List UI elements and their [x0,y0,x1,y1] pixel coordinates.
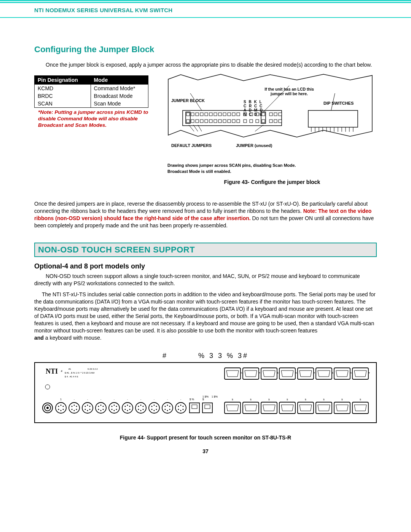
svg-point-106 [116,406,117,407]
page-number: 37 [34,448,377,454]
table-header-pin: Pin Designation [35,75,91,84]
svg-point-86 [61,410,62,411]
svg-point-126 [156,409,157,410]
serial-port-labels: # % 3 3 % 3# [34,352,377,360]
svg-point-114 [129,409,131,410]
svg-point-132 [169,409,170,410]
svg-point-97 [87,405,88,406]
svg-point-103 [100,405,102,406]
table-row: SCAN Scan Mode [35,100,148,108]
label-grid-r1: S B K L [244,100,263,104]
svg-point-92 [74,410,75,411]
svg-point-140 [180,410,182,411]
subheading-optional: Optional-4 and 8 port models only [34,262,377,270]
svg-point-108 [116,409,117,410]
touchscreen-para1: NON-OSD touch screen support allows a si… [34,273,377,287]
label-jumper-unused: JUMPER (unused) [236,143,272,148]
svg-rect-32 [244,120,247,123]
svg-rect-35 [262,120,265,123]
svg-rect-21 [191,120,194,123]
svg-rect-3 [196,113,199,116]
svg-rect-24 [205,120,208,123]
svg-point-104 [100,410,102,411]
svg-text:$   4 . #1                    : $ 4 . #1 4 4 6 [65,375,78,378]
svg-point-89 [72,409,73,410]
svg-rect-30 [232,120,235,123]
svg-point-84 [63,409,64,410]
svg-text:#: # [61,370,62,372]
svg-rect-1 [186,113,190,116]
svg-point-130 [169,406,170,407]
svg-point-120 [143,409,144,410]
svg-point-125 [151,409,153,410]
svg-point-70 [46,407,49,409]
svg-text:1 $%: 1 $% [202,395,209,398]
svg-point-82 [63,406,64,407]
svg-point-116 [127,410,128,411]
label-grid-r4: N C D E [244,112,263,117]
svg-rect-22 [196,120,199,123]
page-header-title: NTI NODEMUX SERIES UNIVERSAL KVM SWITCH [34,7,172,13]
svg-point-124 [156,406,157,407]
svg-point-139 [180,405,182,406]
svg-point-123 [151,406,153,407]
svg-rect-36 [269,120,272,123]
svg-point-88 [76,406,77,407]
label-default-jumpers: DEFAULT JUMPERS [171,143,212,148]
svg-point-85 [61,405,62,406]
table-row: BRDC Broadcast Mode [35,92,148,100]
svg-point-102 [103,409,104,410]
reassembly-paragraph: Once the desired jumpers are in place, r… [34,200,377,229]
figure-44-caption: Figure 44- Support present for touch scr… [34,435,377,441]
diagram-caption-line2: Broadcast Mode is still enabled. [167,169,377,174]
touchscreen-para2: The NTI ST-xU-TS includes serial cable c… [34,291,377,341]
svg-point-135 [178,406,179,407]
svg-point-136 [183,406,184,407]
svg-point-91 [74,405,75,406]
svg-point-127 [154,405,155,406]
svg-point-95 [85,409,86,410]
svg-point-111 [125,406,126,407]
svg-point-109 [114,405,115,406]
svg-text:1 $%: 1 $% [212,395,218,398]
svg-point-122 [140,410,142,411]
svg-text:%: % [350,372,352,374]
svg-rect-12 [237,113,240,116]
svg-rect-4 [200,113,203,116]
svg-point-96 [89,409,91,410]
nti-logo: NTI [46,367,58,375]
jumper-block-diagram: JUMPER BLOCK If the unit has an LCD this… [167,72,377,185]
svg-point-94 [89,406,91,407]
svg-point-115 [127,405,128,406]
svg-point-117 [138,406,139,407]
svg-point-129 [165,406,166,407]
section-bar-nonosd: NON-OSD TOUCH SCREEN SUPPORT [34,243,377,257]
svg-text:$  %: $ % [190,398,194,401]
svg-rect-20 [186,120,190,123]
svg-rect-7 [214,113,217,116]
svg-point-134 [167,410,168,411]
svg-rect-29 [228,120,231,123]
svg-point-81 [58,406,59,407]
svg-rect-34 [256,120,259,123]
label-dip-switches: DIP SWITCHES [323,101,354,105]
svg-point-121 [140,405,142,406]
svg-point-133 [167,405,168,406]
svg-text:$: $ [202,398,204,401]
svg-point-99 [98,406,99,407]
svg-text:%: % [240,372,242,374]
svg-text:9 23  3 2 2: 9 23 3 2 2 [88,368,98,370]
svg-point-87 [72,406,73,407]
svg-rect-25 [209,120,212,123]
svg-rect-2 [191,113,194,116]
svg-point-138 [183,409,184,410]
svg-rect-28 [223,120,226,123]
svg-point-105 [112,406,113,407]
svg-point-90 [76,409,77,410]
svg-rect-5 [205,113,208,116]
svg-text:$   #1   , $ % 1 0   /   *    : $ #1 , $ % 1 0 / * 2 9 23 3 AM [65,372,94,374]
svg-point-118 [143,406,144,407]
svg-rect-8 [218,113,221,116]
table-footnote: *Note: Putting a jumper across pins KCMD… [38,109,156,129]
svg-point-137 [178,409,179,410]
